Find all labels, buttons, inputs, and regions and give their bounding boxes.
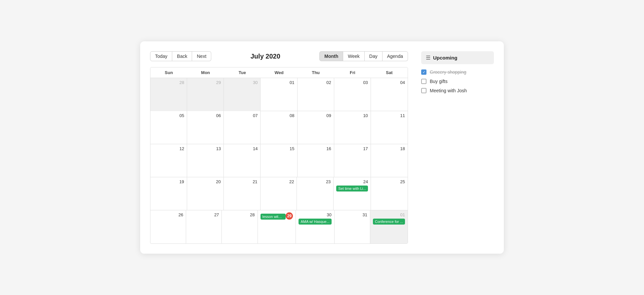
upcoming-item-label: Buy gifts [430, 79, 448, 84]
list-icon: ☰ [426, 55, 430, 61]
day-number: 12 [153, 146, 184, 151]
week-row: 26272829lesson with Prof...30AMA w/ Hasq… [150, 210, 408, 243]
day-number: 22 [263, 179, 294, 184]
day-number: 05 [153, 113, 184, 118]
day-number: 04 [374, 80, 405, 85]
day-cell[interactable]: 01Conference for ... [370, 210, 408, 243]
nav-buttons: Today Back Next [150, 51, 211, 61]
day-cell[interactable]: 06 [187, 111, 224, 144]
day-cell[interactable]: 11 [371, 111, 408, 144]
day-cell[interactable]: 22 [261, 177, 297, 210]
day-cell[interactable]: 27 [186, 210, 222, 243]
day-cell[interactable]: 29lesson with Prof... [258, 210, 296, 243]
day-cell[interactable]: 07 [224, 111, 261, 144]
day-cell[interactable]: 16 [298, 144, 334, 177]
view-btn-month[interactable]: Month [319, 51, 343, 61]
event-pill[interactable]: Set time with Li... [336, 186, 368, 191]
upcoming-item[interactable]: Buy gifts [421, 79, 494, 84]
day-cell[interactable]: 17 [334, 144, 371, 177]
view-buttons: MonthWeekDayAgenda [319, 51, 408, 61]
day-number: 31 [337, 212, 367, 217]
day-number: 15 [263, 146, 294, 151]
next-button[interactable]: Next [192, 51, 211, 61]
view-btn-week[interactable]: Week [343, 51, 365, 61]
day-cell[interactable]: 28 [222, 210, 258, 243]
day-cell[interactable]: 12 [150, 144, 187, 177]
day-header-tue: Tue [224, 67, 261, 78]
day-cell[interactable]: 23 [297, 177, 334, 210]
day-number: 11 [374, 113, 405, 118]
checkbox-unchecked[interactable] [421, 88, 426, 93]
day-number: 01 [263, 80, 294, 85]
day-cell[interactable]: 18 [371, 144, 408, 177]
day-number: 28 [224, 212, 255, 217]
day-cell[interactable]: 10 [334, 111, 371, 144]
day-headers: SunMonTueWedThuFriSat [150, 67, 408, 78]
event-pill[interactable]: lesson with Prof... [261, 214, 286, 220]
sidebar: ☰ Upcoming Grocery shoppingBuy giftsMeet… [421, 51, 494, 244]
day-number: 16 [300, 146, 331, 151]
day-cell[interactable]: 14 [224, 144, 261, 177]
day-cell[interactable]: 15 [261, 144, 297, 177]
day-cell[interactable]: 02 [298, 78, 334, 111]
day-cell[interactable]: 13 [187, 144, 224, 177]
day-cell[interactable]: 30AMA w/ Hasque... [296, 210, 334, 243]
day-cell[interactable]: 08 [261, 111, 297, 144]
calendar-header: Today Back Next July 2020 MonthWeekDayAg… [150, 51, 408, 61]
day-cell[interactable]: 30 [224, 78, 261, 111]
day-number: 26 [153, 212, 183, 217]
day-number: 14 [226, 146, 258, 151]
day-number: 09 [300, 113, 331, 118]
day-number: 24 [336, 179, 368, 184]
day-number: 25 [374, 179, 405, 184]
checkbox-unchecked[interactable] [421, 79, 426, 84]
week-row: 12131415161718 [150, 144, 408, 177]
day-number: 08 [263, 113, 294, 118]
upcoming-item[interactable]: Grocery shopping [421, 69, 494, 75]
day-cell[interactable]: 28 [150, 78, 187, 111]
day-number: 28 [153, 80, 184, 85]
day-cell[interactable]: 31 [335, 210, 370, 243]
day-cell[interactable]: 03 [334, 78, 371, 111]
day-cell[interactable]: 26 [150, 210, 186, 243]
calendar-title: July 2020 [251, 53, 280, 60]
day-number: 23 [300, 179, 331, 184]
day-number: 18 [374, 146, 405, 151]
day-number: 02 [300, 80, 331, 85]
upcoming-item[interactable]: Meeting with Josh [421, 88, 494, 93]
day-cell[interactable]: 09 [298, 111, 334, 144]
day-number: 27 [189, 212, 219, 217]
today-button[interactable]: Today [150, 51, 172, 61]
day-header-thu: Thu [298, 67, 334, 78]
day-cell[interactable]: 04 [371, 78, 408, 111]
day-cell[interactable]: 29 [187, 78, 224, 111]
event-pill[interactable]: AMA w/ Hasque... [299, 219, 331, 225]
day-header-fri: Fri [334, 67, 371, 78]
view-btn-day[interactable]: Day [365, 51, 382, 61]
app-container: Today Back Next July 2020 MonthWeekDayAg… [140, 41, 504, 254]
day-cell[interactable]: 21 [224, 177, 261, 210]
day-cell[interactable]: 24Set time with Li... [334, 177, 371, 210]
week-row: 28293001020304 [150, 78, 408, 111]
back-button[interactable]: Back [172, 51, 192, 61]
upcoming-item-label: Grocery shopping [430, 69, 466, 75]
calendar-body: 2829300102030405060708091011121314151617… [150, 78, 408, 243]
day-cell[interactable]: 20 [187, 177, 224, 210]
day-header-wed: Wed [261, 67, 297, 78]
event-pill[interactable]: Conference for ... [373, 219, 405, 225]
day-header-mon: Mon [187, 67, 224, 78]
day-header-sun: Sun [150, 67, 187, 78]
week-row: 192021222324Set time with Li...25 [150, 177, 408, 210]
checkbox-checked[interactable] [421, 69, 426, 75]
day-header-sat: Sat [371, 67, 408, 78]
day-cell[interactable]: 01 [261, 78, 297, 111]
day-cell[interactable]: 25 [371, 177, 408, 210]
day-cell[interactable]: 05 [150, 111, 187, 144]
day-number: 21 [226, 179, 258, 184]
sidebar-title: Upcoming [433, 55, 457, 61]
day-cell[interactable]: 19 [150, 177, 187, 210]
view-btn-agenda[interactable]: Agenda [382, 51, 408, 61]
calendar-grid: SunMonTueWedThuFriSat 282930010203040506… [150, 67, 408, 244]
day-number: 10 [337, 113, 368, 118]
day-number: 17 [337, 146, 368, 151]
